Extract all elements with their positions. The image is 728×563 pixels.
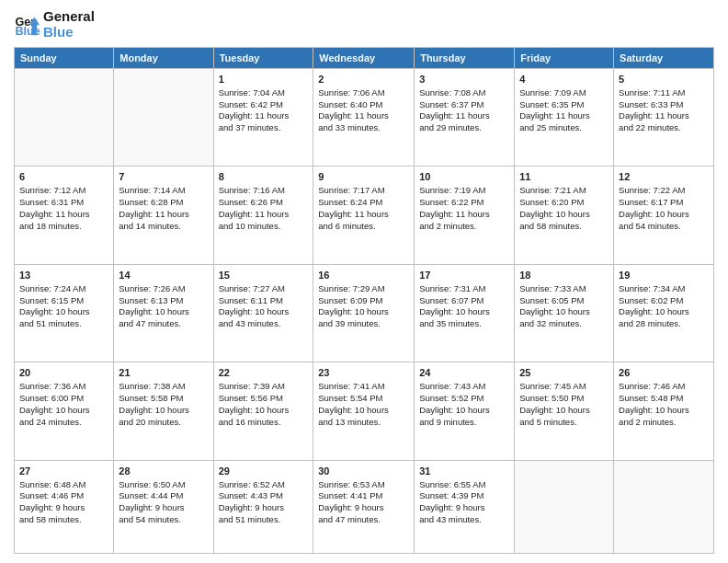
calendar-cell: 11Sunrise: 7:21 AM Sunset: 6:20 PM Dayli… xyxy=(515,167,614,264)
calendar-cell: 15Sunrise: 7:27 AM Sunset: 6:11 PM Dayli… xyxy=(213,264,313,362)
logo-text-line2: Blue xyxy=(43,25,95,40)
day-info: Sunrise: 7:14 AM Sunset: 6:28 PM Dayligh… xyxy=(119,185,208,232)
logo-text-line1: General xyxy=(43,9,95,25)
day-number: 10 xyxy=(419,170,509,184)
day-info: Sunrise: 7:43 AM Sunset: 5:52 PM Dayligh… xyxy=(419,381,509,428)
calendar-cell: 22Sunrise: 7:39 AM Sunset: 5:56 PM Dayli… xyxy=(213,362,313,460)
day-info: Sunrise: 6:55 AM Sunset: 4:39 PM Dayligh… xyxy=(419,479,509,526)
calendar-week-1: 1Sunrise: 7:04 AM Sunset: 6:42 PM Daylig… xyxy=(15,69,714,167)
calendar-cell: 19Sunrise: 7:34 AM Sunset: 6:02 PM Dayli… xyxy=(614,264,714,362)
day-info: Sunrise: 6:50 AM Sunset: 4:44 PM Dayligh… xyxy=(119,479,208,526)
calendar-cell: 28Sunrise: 6:50 AM Sunset: 4:44 PM Dayli… xyxy=(114,460,213,553)
day-info: Sunrise: 7:34 AM Sunset: 6:02 PM Dayligh… xyxy=(619,283,709,330)
calendar-cell xyxy=(114,69,213,167)
calendar-cell: 21Sunrise: 7:38 AM Sunset: 5:58 PM Dayli… xyxy=(114,362,213,460)
calendar-cell: 30Sunrise: 6:53 AM Sunset: 4:41 PM Dayli… xyxy=(313,460,415,553)
calendar-week-3: 13Sunrise: 7:24 AM Sunset: 6:15 PM Dayli… xyxy=(15,264,714,362)
day-number: 25 xyxy=(519,366,609,380)
weekday-header-saturday: Saturday xyxy=(614,48,714,69)
calendar-cell: 6Sunrise: 7:12 AM Sunset: 6:31 PM Daylig… xyxy=(15,167,114,264)
calendar-cell: 2Sunrise: 7:06 AM Sunset: 6:40 PM Daylig… xyxy=(313,69,415,167)
calendar-cell: 23Sunrise: 7:41 AM Sunset: 5:54 PM Dayli… xyxy=(313,362,415,460)
weekday-header-sunday: Sunday xyxy=(15,48,114,69)
day-info: Sunrise: 7:24 AM Sunset: 6:15 PM Dayligh… xyxy=(19,283,108,330)
calendar-cell: 8Sunrise: 7:16 AM Sunset: 6:26 PM Daylig… xyxy=(213,167,313,264)
day-number: 30 xyxy=(318,465,409,478)
weekday-header-friday: Friday xyxy=(515,48,614,69)
day-info: Sunrise: 7:06 AM Sunset: 6:40 PM Dayligh… xyxy=(318,87,409,134)
day-number: 28 xyxy=(119,465,208,478)
day-number: 4 xyxy=(519,73,609,86)
day-number: 16 xyxy=(318,269,409,282)
logo: Gen Blue General Blue xyxy=(14,9,95,40)
day-info: Sunrise: 7:39 AM Sunset: 5:56 PM Dayligh… xyxy=(219,381,309,428)
day-number: 21 xyxy=(119,366,208,380)
calendar-cell: 20Sunrise: 7:36 AM Sunset: 6:00 PM Dayli… xyxy=(15,362,114,460)
day-info: Sunrise: 6:53 AM Sunset: 4:41 PM Dayligh… xyxy=(318,479,409,526)
calendar-cell: 1Sunrise: 7:04 AM Sunset: 6:42 PM Daylig… xyxy=(213,69,313,167)
day-number: 3 xyxy=(419,73,509,86)
calendar-cell: 9Sunrise: 7:17 AM Sunset: 6:24 PM Daylig… xyxy=(313,167,415,264)
weekday-header-monday: Monday xyxy=(114,48,213,69)
calendar-cell: 26Sunrise: 7:46 AM Sunset: 5:48 PM Dayli… xyxy=(614,362,714,460)
day-info: Sunrise: 7:26 AM Sunset: 6:13 PM Dayligh… xyxy=(119,283,208,330)
day-number: 20 xyxy=(19,366,108,380)
day-number: 13 xyxy=(19,269,108,282)
day-number: 29 xyxy=(219,465,309,478)
calendar-cell xyxy=(614,460,714,553)
day-info: Sunrise: 7:46 AM Sunset: 5:48 PM Dayligh… xyxy=(619,381,709,428)
calendar-cell: 7Sunrise: 7:14 AM Sunset: 6:28 PM Daylig… xyxy=(114,167,213,264)
day-number: 26 xyxy=(619,366,709,380)
day-number: 6 xyxy=(19,170,108,184)
day-number: 31 xyxy=(419,465,509,478)
day-number: 15 xyxy=(219,269,309,282)
day-info: Sunrise: 7:04 AM Sunset: 6:42 PM Dayligh… xyxy=(219,87,309,134)
day-info: Sunrise: 7:38 AM Sunset: 5:58 PM Dayligh… xyxy=(119,381,208,428)
day-info: Sunrise: 7:19 AM Sunset: 6:22 PM Dayligh… xyxy=(419,185,509,232)
calendar-cell: 5Sunrise: 7:11 AM Sunset: 6:33 PM Daylig… xyxy=(614,69,714,167)
calendar-week-5: 27Sunrise: 6:48 AM Sunset: 4:46 PM Dayli… xyxy=(15,460,714,553)
weekday-header-tuesday: Tuesday xyxy=(213,48,313,69)
day-number: 22 xyxy=(219,366,309,380)
day-info: Sunrise: 7:11 AM Sunset: 6:33 PM Dayligh… xyxy=(619,87,709,134)
calendar-cell xyxy=(515,460,614,553)
weekday-header-thursday: Thursday xyxy=(415,48,515,69)
calendar-cell: 25Sunrise: 7:45 AM Sunset: 5:50 PM Dayli… xyxy=(515,362,614,460)
calendar-cell: 4Sunrise: 7:09 AM Sunset: 6:35 PM Daylig… xyxy=(515,69,614,167)
calendar-cell: 12Sunrise: 7:22 AM Sunset: 6:17 PM Dayli… xyxy=(614,167,714,264)
calendar-cell: 3Sunrise: 7:08 AM Sunset: 6:37 PM Daylig… xyxy=(415,69,515,167)
calendar-week-4: 20Sunrise: 7:36 AM Sunset: 6:00 PM Dayli… xyxy=(15,362,714,460)
day-number: 1 xyxy=(219,73,309,86)
calendar-cell: 16Sunrise: 7:29 AM Sunset: 6:09 PM Dayli… xyxy=(313,264,415,362)
calendar-cell: 18Sunrise: 7:33 AM Sunset: 6:05 PM Dayli… xyxy=(515,264,614,362)
day-number: 11 xyxy=(519,170,609,184)
calendar: SundayMondayTuesdayWednesdayThursdayFrid… xyxy=(14,47,714,554)
day-number: 5 xyxy=(619,73,709,86)
day-number: 7 xyxy=(119,170,208,184)
calendar-cell: 10Sunrise: 7:19 AM Sunset: 6:22 PM Dayli… xyxy=(415,167,515,264)
day-info: Sunrise: 7:29 AM Sunset: 6:09 PM Dayligh… xyxy=(318,283,409,330)
day-number: 17 xyxy=(419,269,509,282)
day-number: 12 xyxy=(619,170,709,184)
day-info: Sunrise: 7:17 AM Sunset: 6:24 PM Dayligh… xyxy=(318,185,409,232)
day-info: Sunrise: 7:36 AM Sunset: 6:00 PM Dayligh… xyxy=(19,381,108,428)
day-number: 27 xyxy=(19,465,108,478)
calendar-cell: 14Sunrise: 7:26 AM Sunset: 6:13 PM Dayli… xyxy=(114,264,213,362)
calendar-cell: 29Sunrise: 6:52 AM Sunset: 4:43 PM Dayli… xyxy=(213,460,313,553)
header: Gen Blue General Blue xyxy=(14,9,714,40)
day-info: Sunrise: 7:45 AM Sunset: 5:50 PM Dayligh… xyxy=(519,381,609,428)
calendar-cell: 24Sunrise: 7:43 AM Sunset: 5:52 PM Dayli… xyxy=(415,362,515,460)
day-info: Sunrise: 7:21 AM Sunset: 6:20 PM Dayligh… xyxy=(519,185,609,232)
day-info: Sunrise: 7:12 AM Sunset: 6:31 PM Dayligh… xyxy=(19,185,108,232)
day-info: Sunrise: 7:33 AM Sunset: 6:05 PM Dayligh… xyxy=(519,283,609,330)
calendar-cell: 17Sunrise: 7:31 AM Sunset: 6:07 PM Dayli… xyxy=(415,264,515,362)
day-info: Sunrise: 6:52 AM Sunset: 4:43 PM Dayligh… xyxy=(219,479,309,526)
calendar-header-row: SundayMondayTuesdayWednesdayThursdayFrid… xyxy=(15,48,714,69)
day-info: Sunrise: 7:27 AM Sunset: 6:11 PM Dayligh… xyxy=(219,283,309,330)
calendar-cell xyxy=(15,69,114,167)
day-number: 19 xyxy=(619,269,709,282)
calendar-cell: 13Sunrise: 7:24 AM Sunset: 6:15 PM Dayli… xyxy=(15,264,114,362)
calendar-week-2: 6Sunrise: 7:12 AM Sunset: 6:31 PM Daylig… xyxy=(15,167,714,264)
day-info: Sunrise: 7:31 AM Sunset: 6:07 PM Dayligh… xyxy=(419,283,509,330)
day-number: 2 xyxy=(318,73,409,86)
